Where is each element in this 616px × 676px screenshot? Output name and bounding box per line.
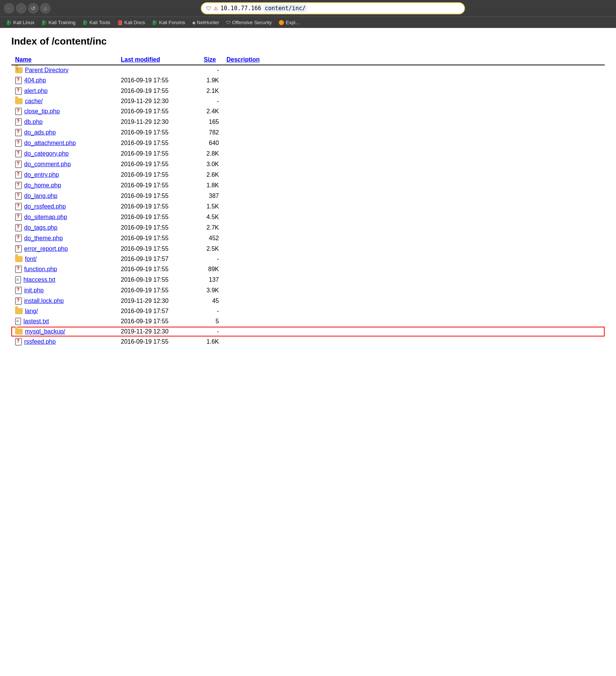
table-row: htaccess.txt2016-09-19 17:55137 <box>11 275 605 285</box>
php-icon <box>15 108 22 115</box>
folder-icon <box>15 256 23 262</box>
sort-name-link[interactable]: Name <box>15 56 32 63</box>
desc-do_comment <box>223 159 605 170</box>
table-row: do_ads.php2016-09-19 17:55782 <box>11 127 605 138</box>
sort-modified-link[interactable]: Last modified <box>121 56 160 63</box>
table-row: error_report.php2016-09-19 17:552.5K <box>11 244 605 254</box>
php-icon <box>15 265 22 273</box>
file-link-mysql_backup[interactable]: mysql_backup/ <box>25 328 65 335</box>
file-link-do_rssfeed[interactable]: do_rssfeed.php <box>24 203 66 210</box>
file-link-do_ads[interactable]: do_ads.php <box>24 129 56 136</box>
sort-desc-link[interactable]: Description <box>226 56 260 63</box>
address-bar[interactable]: 🛡 ⚠ 10.10.77.166 content/inc/ <box>201 2 465 14</box>
size-do_entry: 2.6K <box>200 170 223 180</box>
bookmark-kali-docs[interactable]: 📕Kali Docs <box>114 19 148 26</box>
security-warning-icon: ⚠ <box>214 6 218 11</box>
file-link-404[interactable]: 404.php <box>24 77 46 84</box>
bookmark-label-kali-docs: Kali Docs <box>124 20 145 25</box>
bookmark-label-offensive-security: Offensive Security <box>232 20 272 25</box>
file-link-error_report[interactable]: error_report.php <box>24 245 68 252</box>
bookmark-label-kali-linux: Kali Linux <box>13 20 34 25</box>
file-link-rssfeed[interactable]: rssfeed.php <box>24 338 56 345</box>
file-link-do_attachment[interactable]: do_attachment.php <box>24 140 76 147</box>
modified-do_lang: 2016-09-19 17:55 <box>117 191 200 201</box>
file-link-htaccess[interactable]: htaccess.txt <box>23 276 55 283</box>
txt-icon <box>15 318 21 325</box>
file-link-do_entry[interactable]: do_entry.php <box>24 171 59 178</box>
desc-font <box>223 254 605 264</box>
reload-button[interactable]: ↺ <box>28 3 38 14</box>
file-link-alert[interactable]: alert.php <box>24 88 48 94</box>
txt-icon <box>15 276 21 284</box>
file-link-do_lang[interactable]: do_lang.php <box>24 193 57 199</box>
php-icon <box>15 338 22 346</box>
size-cache: - <box>200 96 223 106</box>
file-link-cache[interactable]: cache/ <box>25 98 43 105</box>
table-row: init.php2016-09-19 17:553.9K <box>11 285 605 296</box>
modified-db: 2019-11-29 12:30 <box>117 117 200 127</box>
desc-do_category <box>223 148 605 159</box>
modified-rssfeed: 2016-09-19 17:55 <box>117 336 200 347</box>
forward-button[interactable]: → <box>16 3 26 14</box>
php-icon <box>15 224 22 232</box>
file-link-do_home[interactable]: do_home.php <box>24 182 61 189</box>
modified-install_lock: 2019-11-29 12:30 <box>117 296 200 306</box>
file-link-parent[interactable]: Parent Directory <box>25 67 69 74</box>
php-icon <box>15 287 22 294</box>
bookmark-kali-linux[interactable]: 🐉Kali Linux <box>3 19 37 26</box>
modified-do_theme: 2016-09-19 17:55 <box>117 233 200 244</box>
sort-size-link[interactable]: Size <box>204 56 216 63</box>
file-link-db[interactable]: db.php <box>24 119 43 125</box>
size-lastest: 5 <box>200 316 223 327</box>
modified-do_ads: 2016-09-19 17:55 <box>117 127 200 138</box>
file-link-init[interactable]: init.php <box>24 287 44 294</box>
bookmark-nethunter[interactable]: ◈NetHunter <box>189 19 222 26</box>
php-icon <box>15 161 22 168</box>
file-link-font[interactable]: font/ <box>25 256 37 262</box>
bookmark-exploit[interactable]: 🟠Expl... <box>276 19 302 26</box>
table-row: rssfeed.php2016-09-19 17:551.6K <box>11 336 605 347</box>
file-link-install_lock[interactable]: install.lock.php <box>24 298 64 304</box>
shield-icon: 🛡 <box>206 5 211 11</box>
file-link-do_sitemap[interactable]: do_sitemap.php <box>24 214 67 221</box>
file-link-lastest[interactable]: lastest.txt <box>23 318 49 325</box>
home-button[interactable]: ⌂ <box>40 3 51 14</box>
table-row: alert.php2016-09-19 17:552.1K <box>11 86 605 96</box>
size-htaccess: 137 <box>200 275 223 285</box>
size-do_category: 2.8K <box>200 148 223 159</box>
size-parent: - <box>200 65 223 75</box>
folder-icon <box>15 329 23 335</box>
file-link-do_category[interactable]: do_category.php <box>24 150 69 157</box>
bookmark-icon-kali-training: 🐉 <box>41 20 47 25</box>
file-link-function[interactable]: function.php <box>24 266 57 273</box>
desc-mysql_backup <box>223 327 605 336</box>
php-icon <box>15 235 22 242</box>
bookmark-label-kali-forums: Kali Forums <box>159 20 185 25</box>
size-do_home: 1.8K <box>200 180 223 191</box>
bookmark-kali-training[interactable]: 🐉Kali Training <box>38 19 79 26</box>
back-button[interactable]: ← <box>4 3 14 14</box>
bookmark-offensive-security[interactable]: 🛡Offensive Security <box>223 19 275 26</box>
table-row: Parent Directory- <box>11 65 605 75</box>
table-row: do_category.php2016-09-19 17:552.8K <box>11 148 605 159</box>
desc-error_report <box>223 244 605 254</box>
bookmark-kali-tools[interactable]: 🐉Kali Tools <box>79 19 113 26</box>
page-content: Index of /content/inc Name Last modified… <box>0 28 616 355</box>
file-link-do_theme[interactable]: do_theme.php <box>24 235 63 242</box>
desc-do_tags <box>223 222 605 233</box>
php-icon <box>15 192 22 200</box>
size-do_lang: 387 <box>200 191 223 201</box>
file-link-do_comment[interactable]: do_comment.php <box>24 161 71 168</box>
desc-do_attachment <box>223 138 605 148</box>
size-do_ads: 782 <box>200 127 223 138</box>
size-install_lock: 45 <box>200 296 223 306</box>
parent-dir-icon <box>15 67 23 73</box>
file-link-lang[interactable]: lang/ <box>25 308 38 315</box>
php-icon <box>15 87 22 95</box>
bookmark-kali-forums[interactable]: 🐉Kali Forums <box>149 19 188 26</box>
table-row: do_attachment.php2016-09-19 17:55640 <box>11 138 605 148</box>
file-link-close_tip[interactable]: close_tip.php <box>24 108 60 115</box>
file-link-do_tags[interactable]: do_tags.php <box>24 224 57 231</box>
size-font: - <box>200 254 223 264</box>
desc-function <box>223 264 605 275</box>
